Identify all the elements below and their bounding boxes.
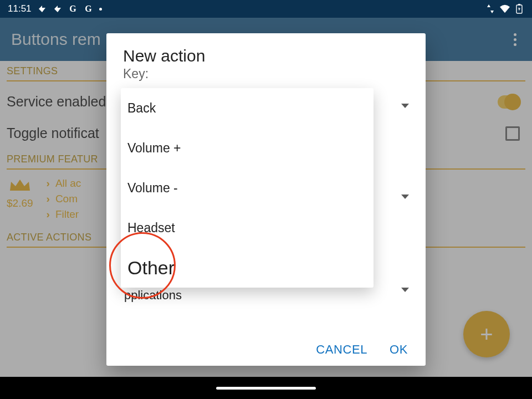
clock: 11:51 [8, 3, 32, 14]
gesture-handle[interactable] [216, 387, 316, 390]
more-notifications-dot [99, 8, 102, 11]
system-nav-bar [0, 377, 532, 399]
status-right [485, 4, 524, 14]
chevron-down-icon [401, 288, 409, 292]
key-option-volume-up[interactable]: Volume + [121, 128, 374, 168]
data-updown-icon [485, 4, 495, 14]
application-dropdown-value: pplications [124, 288, 182, 303]
key-option-headset[interactable]: Headset [121, 208, 374, 248]
battery-icon [514, 4, 524, 14]
key-dropdown-popup: Back Volume + Volume - Headset Other [121, 88, 374, 288]
key-option-other[interactable]: Other [121, 248, 374, 288]
wifi-icon [500, 4, 510, 14]
chevron-down-icon [401, 195, 409, 199]
svg-rect-1 [518, 4, 520, 6]
ok-button[interactable]: OK [390, 342, 408, 357]
chevron-down-icon [401, 104, 409, 108]
google-icon-2: G [84, 4, 94, 14]
notif-icon-1 [37, 4, 47, 14]
status-bar: 11:51 G G [0, 0, 532, 18]
status-left: 11:51 G G [8, 3, 102, 14]
notif-icon-2 [53, 4, 63, 14]
google-icon-1: G [68, 4, 78, 14]
key-option-back[interactable]: Back [121, 88, 374, 128]
cancel-button[interactable]: CANCEL [316, 342, 367, 357]
key-field-label: Key: [123, 66, 409, 81]
dialog-title: New action [123, 47, 409, 65]
key-option-volume-down[interactable]: Volume - [121, 168, 374, 208]
